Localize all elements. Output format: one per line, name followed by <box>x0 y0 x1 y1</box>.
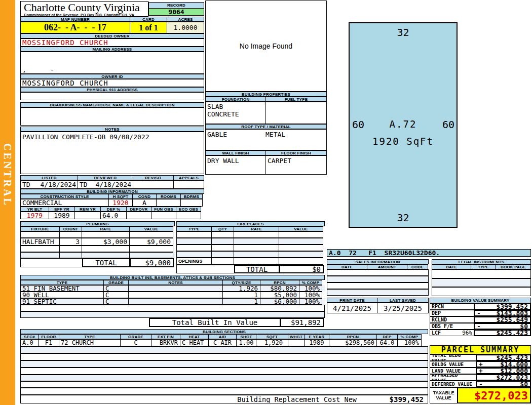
built-ins-row: 91 SEPTIC C 1 $6,000 100% <box>20 298 325 305</box>
rpcn-col: RPCN <box>260 280 299 285</box>
comp-col: % COMP <box>299 280 322 285</box>
vs-label-text: RCLND <box>432 317 447 322</box>
vs-pct: 96% <box>462 330 472 336</box>
ps-row-obldg: OBLDG VALUE +$14,600 <box>430 361 531 368</box>
eyear-col: E YEAR <box>304 334 329 339</box>
map-card-acres-headers: MAP NUMBER CARD ACRES <box>20 17 204 22</box>
extfin-col: EXT FIN <box>151 334 180 339</box>
whgt-col: WHGT <box>288 334 305 339</box>
fixture-value: HALFBATH <box>20 238 60 246</box>
bi-rpcn: $6,000 <box>260 298 299 305</box>
plumbing-row-empty <box>20 246 175 252</box>
building-info-values-1: COMMERCIAL 1920 A <box>20 199 204 207</box>
deppct-value: 64.0 <box>100 212 127 219</box>
legal-row-empty <box>432 278 531 287</box>
record-box: RECORD 9064 <box>148 2 204 16</box>
vs-label-text: OBS F/E <box>432 323 453 329</box>
dep-col: DEP <box>376 334 398 339</box>
built-ins-headers: TYPE GRADE NOTES QTY/SIZE RPCN % COMP <box>20 280 325 285</box>
appeals-value <box>173 180 204 189</box>
wall-finish-value: DRY WALL <box>205 155 266 175</box>
openings-label: OPENINGS <box>176 258 212 265</box>
rooms-value <box>156 199 181 207</box>
sales-row-empty <box>327 282 429 289</box>
bi-notes <box>128 285 223 292</box>
replacement-cost-label: Building Replacement Cost New <box>237 395 357 403</box>
acres-value: 1.0000 <box>167 22 204 33</box>
building-section-row-empty <box>20 346 428 353</box>
plumbing-headers: FIXTURE COUNT RATE VALUE <box>20 226 175 231</box>
deeded-owner-value: MOSSINGFORD CHURCH <box>20 38 204 47</box>
reviewed-date: 4/18/2024 <box>96 181 131 188</box>
built-ins-row-empty <box>20 311 325 318</box>
count-value: 3 <box>59 238 82 246</box>
qty-col: QTY <box>211 226 234 231</box>
header-row: Charlotte County Virginia Commissioner o… <box>20 1 204 17</box>
visit-headers: LISTED REVIEWED REVISIT APPEALS <box>20 175 204 180</box>
notes-value: PAVILLION COMPLETE-OB 09/08/2022 <box>20 132 204 174</box>
dates-headers: PRINT DATE LAST SAVED <box>327 298 429 303</box>
dba-value <box>20 107 204 126</box>
construction-style-value: COMMERCIAL <box>20 199 109 207</box>
fireplaces-table: FIREPLACES TYPE QTY RATE VALUE OPENINGS … <box>176 221 325 273</box>
foundation-fuel-values: SLAB CONCRETE <box>205 102 327 124</box>
ps-label-text: APPRAISED VALUE <box>430 374 476 381</box>
fuel-label: FUEL TYPE <box>265 97 327 102</box>
bi-qty: 1 <box>222 292 260 298</box>
sales-row-empty <box>327 276 429 282</box>
vs-label-text: LCF <box>432 330 441 336</box>
ps-row-appraised: APPRAISED VALUE $272,023 <box>430 374 531 381</box>
vs-row-obs: OBS F/E -$0 <box>430 323 531 330</box>
plumbing-table: PLUMBING FIXTURE COUNT RATE VALUE HALFBA… <box>20 221 175 267</box>
photo-placeholder: No Image Found <box>205 1 327 92</box>
fireplaces-headers: TYPE QTY RATE VALUE <box>176 226 325 231</box>
funobs-value <box>151 212 176 219</box>
appeals-label: APPEALS <box>173 175 204 180</box>
sales-title: SALES INFORMATION <box>327 259 429 264</box>
built-ins-total-value: $91,892 <box>280 318 324 327</box>
physical-address-value <box>20 92 204 100</box>
sales-date-col: DATE <box>327 264 367 269</box>
card-label: CARD <box>130 17 167 22</box>
bi-qty: 1 <box>222 298 260 305</box>
visit-values: TD 4/18/2024 TD 4/18/2024 <box>20 180 204 189</box>
ps-value: $12,000 <box>483 368 528 374</box>
building-section-row-empty <box>20 353 428 360</box>
last-saved-label: LAST SAVED <box>377 298 429 303</box>
remyr-value <box>74 212 101 219</box>
sales-amount-col: AMOUNT <box>367 264 407 269</box>
building-section-row-empty <box>20 388 428 395</box>
hsqft-value: 1920 <box>108 199 133 207</box>
wall-floor-values: DRY WALL CARPET <box>205 155 327 175</box>
vs-label-text: RPCN <box>432 304 444 309</box>
replacement-cost-value: $399,452 <box>357 395 428 403</box>
roof-label: ROOF TYPE / MATERIAL <box>205 124 327 129</box>
bi-rpcn: $80,892 <box>260 285 299 292</box>
dates-table: PRINT DATE LAST SAVED 4/21/2025 3/25/202… <box>327 298 429 313</box>
built-ins-total-label: Total Built In Value <box>149 318 281 327</box>
fireplaces-row-empty <box>176 231 325 238</box>
sales-headers: DATE AMOUNT CODE <box>327 264 429 269</box>
building-section-row-empty <box>20 375 428 381</box>
ps-row-taxable: TAXABLE VALUE $272,023 <box>430 387 531 403</box>
construction-style-label: CONSTRUCTION STYLE <box>20 194 109 199</box>
bs-whgt <box>288 339 305 346</box>
vs-op: - <box>477 323 481 330</box>
bi-qty: 1,926 <box>222 285 260 292</box>
bs-heat: C-HEAT <box>180 339 209 346</box>
bi-comp: 100% <box>299 298 322 305</box>
replacement-cost-row: Building Replacement Cost New $399,452 <box>20 395 428 403</box>
vs-value: $399,452 <box>477 303 528 310</box>
legal-bookpage-col: BOOK PAGE <box>496 264 531 269</box>
acres-label: ACRES <box>167 17 204 22</box>
bs-type: 72 CHURCH <box>59 339 121 346</box>
ps-value: $14,600 <box>483 361 528 368</box>
reviewed-code: TD <box>80 181 88 188</box>
ps-value: $245,423 <box>479 354 528 361</box>
air-col: AIR <box>208 334 237 339</box>
plumbing-title: PLUMBING <box>20 221 175 226</box>
county-subtitle: Commissioner of the Revenue, PO Box 308,… <box>24 13 146 17</box>
type-col: TYPE <box>59 334 121 339</box>
ps-row-land: LAND VALUE +$12,000 <box>430 368 531 374</box>
reviewed-value: TD 4/18/2024 <box>78 180 133 189</box>
